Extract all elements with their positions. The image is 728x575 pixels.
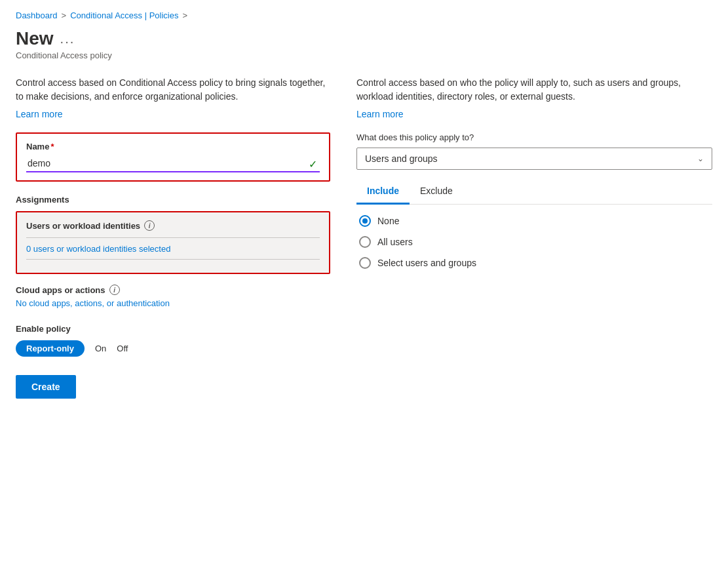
- cloud-apps-link[interactable]: No cloud apps, actions, or authenticatio…: [16, 298, 170, 308]
- checkmark-icon: ✓: [309, 158, 317, 170]
- breadcrumb-sep1: >: [62, 10, 67, 20]
- radio-select-users[interactable]: Select users and groups: [359, 257, 712, 269]
- radio-select-users-circle: [359, 257, 371, 269]
- tabs-row: Include Exclude: [356, 180, 712, 205]
- policy-apply-label: What does this policy apply to?: [356, 132, 712, 142]
- policy-apply-dropdown[interactable]: Users and groups ⌄: [356, 148, 712, 170]
- assignments-link[interactable]: 0 users or workload identities selected: [26, 244, 170, 254]
- assignments-title: Users or workload identities i: [26, 220, 320, 231]
- page-title-row: New ...: [16, 28, 712, 49]
- report-only-toggle[interactable]: Report-only: [16, 340, 85, 357]
- users-info-icon[interactable]: i: [144, 220, 155, 231]
- enable-policy-section: Enable policy Report-only On Off: [16, 324, 330, 357]
- right-description: Control access based on who the policy w…: [356, 76, 712, 104]
- cloud-apps-section: Cloud apps or actions i No cloud apps, a…: [16, 285, 330, 308]
- assignments-divider: [26, 237, 320, 238]
- enable-policy-label: Enable policy: [16, 324, 330, 334]
- on-toggle[interactable]: On: [95, 344, 106, 353]
- breadcrumb-dashboard[interactable]: Dashboard: [16, 10, 58, 20]
- radio-group: None All users Select users and groups: [356, 215, 712, 269]
- assignments-label: Assignments: [16, 195, 330, 205]
- breadcrumb-policies[interactable]: Conditional Access | Policies: [70, 10, 178, 20]
- radio-all-users-label: All users: [377, 237, 413, 247]
- assignments-box: Users or workload identities i 0 users o…: [16, 211, 330, 274]
- dropdown-value: Users and groups: [365, 153, 438, 164]
- name-input[interactable]: [26, 155, 320, 172]
- name-section: Name* ✓: [16, 132, 330, 182]
- tab-include[interactable]: Include: [356, 180, 410, 205]
- radio-select-users-label: Select users and groups: [377, 258, 476, 268]
- main-content: Control access based on Conditional Acce…: [16, 76, 712, 399]
- radio-all-users[interactable]: All users: [359, 236, 712, 248]
- breadcrumb: Dashboard > Conditional Access | Policie…: [16, 10, 712, 20]
- create-button[interactable]: Create: [16, 375, 76, 399]
- left-panel: Control access based on Conditional Acce…: [16, 76, 330, 399]
- radio-none-circle: [359, 215, 371, 227]
- cloud-apps-info-icon[interactable]: i: [109, 285, 120, 295]
- toggle-row: Report-only On Off: [16, 340, 330, 357]
- assignments-divider-bottom: [26, 259, 320, 260]
- page-subtitle: Conditional Access policy: [16, 50, 712, 60]
- page-title: New: [16, 28, 54, 49]
- right-learn-more-link[interactable]: Learn more: [356, 109, 404, 119]
- right-panel: Control access based on who the policy w…: [356, 76, 712, 269]
- tab-exclude[interactable]: Exclude: [410, 180, 463, 205]
- name-input-wrapper: ✓: [26, 155, 320, 172]
- cloud-apps-title: Cloud apps or actions i: [16, 285, 330, 295]
- name-label: Name*: [26, 142, 320, 151]
- radio-all-users-circle: [359, 236, 371, 248]
- radio-none-label: None: [377, 216, 399, 226]
- left-learn-more-link[interactable]: Learn more: [16, 109, 63, 119]
- breadcrumb-sep2: >: [182, 10, 187, 20]
- left-description: Control access based on Conditional Acce…: [16, 76, 330, 104]
- chevron-down-icon: ⌄: [697, 154, 704, 163]
- off-toggle[interactable]: Off: [117, 344, 128, 353]
- ellipsis-menu[interactable]: ...: [60, 31, 75, 47]
- radio-none[interactable]: None: [359, 215, 712, 227]
- required-star: *: [50, 142, 54, 151]
